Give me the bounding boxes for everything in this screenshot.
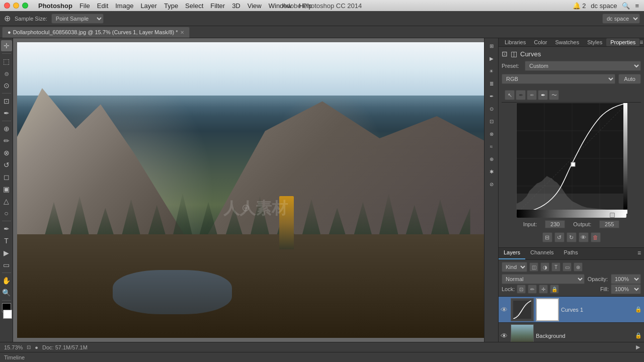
lasso-tool[interactable]: ⌾ <box>1 68 12 79</box>
output-value[interactable] <box>599 220 619 228</box>
tab-swatches[interactable]: Swatches <box>551 38 583 46</box>
tab-layers[interactable]: Layers <box>499 248 525 259</box>
path-select-tool[interactable]: ▶ <box>1 247 12 258</box>
tab-styles[interactable]: Styles <box>583 38 606 46</box>
filter-adjust-btn[interactable]: ◑ <box>540 262 549 272</box>
curves-eyedropper-gray[interactable]: ✒ <box>527 90 537 100</box>
curves-graph[interactable] <box>516 103 627 213</box>
auto-button[interactable]: Auto <box>618 74 641 84</box>
lock-image-btn[interactable]: ✏ <box>528 285 537 294</box>
preset-select[interactable]: Custom Default Strong Contrast <box>525 61 641 71</box>
layer-item-curves[interactable]: 👁 Curves 1 🔒 <box>499 297 644 323</box>
eyedropper-tool[interactable]: ✒ <box>1 108 12 119</box>
filter-type-btn[interactable]: T <box>551 262 560 272</box>
text-tool[interactable]: T <box>1 235 12 246</box>
tab-color[interactable]: Color <box>530 38 551 46</box>
panel-menu-icon[interactable]: ≡ <box>639 39 643 46</box>
mini-btn-6[interactable]: ⊙ <box>486 103 497 114</box>
timeline-label[interactable]: Timeline <box>4 354 25 360</box>
clip-to-layer-btn[interactable]: ⊟ <box>542 232 552 242</box>
filter-shape-btn[interactable]: ▭ <box>562 262 572 272</box>
mini-btn-4[interactable]: ≣ <box>486 78 497 89</box>
brush-tool[interactable]: ✏ <box>1 135 12 146</box>
layers-panel-menu[interactable]: ≡ <box>634 248 644 259</box>
visibility-btn[interactable]: 👁 <box>579 232 589 242</box>
mini-btn-9[interactable]: ≈ <box>486 141 497 152</box>
tab-channels[interactable]: Channels <box>525 248 558 259</box>
crop-tool[interactable]: ⊡ <box>1 96 12 107</box>
lock-position-btn[interactable]: ✛ <box>539 285 548 294</box>
quick-select-tool[interactable]: ⊙ <box>1 80 12 91</box>
tab-properties[interactable]: Properties <box>606 38 639 46</box>
curves-eyedropper-black[interactable]: ✒ <box>516 90 526 100</box>
reset-btn[interactable]: ↻ <box>567 232 577 242</box>
lock-transparent-btn[interactable]: ⊡ <box>517 285 526 294</box>
menu-layer[interactable]: Layer <box>140 2 157 10</box>
clone-tool[interactable]: ⊗ <box>1 147 12 158</box>
menu-edit[interactable]: Edit <box>97 2 108 10</box>
mini-btn-11[interactable]: ✱ <box>486 166 497 177</box>
tab-libraries[interactable]: Libraries <box>501 38 530 46</box>
menu-image[interactable]: Image <box>115 2 133 10</box>
zoom-tool[interactable]: 🔍 <box>1 287 12 298</box>
hand-tool[interactable]: ✋ <box>1 275 12 286</box>
curves-eyedropper-white[interactable]: ✒ <box>538 90 548 100</box>
mini-btn-12[interactable]: ⊘ <box>486 178 497 190</box>
layer-visibility-bg[interactable]: 👁 <box>501 332 509 340</box>
close-button[interactable] <box>4 3 10 9</box>
dodge-tool[interactable]: ○ <box>1 208 12 219</box>
curves-line-tool[interactable]: 〜 <box>549 90 559 100</box>
mini-btn-3[interactable]: ☀ <box>486 65 497 76</box>
pen-tool[interactable]: ✒ <box>1 223 12 234</box>
tab-close-button[interactable]: ✕ <box>180 30 184 35</box>
document-tab[interactable]: ● Dollarphotoclul_60856038.jpg @ 15.7% (… <box>2 27 190 38</box>
blend-mode-select[interactable]: Normal Multiply Screen <box>502 274 585 284</box>
menu-photoshop[interactable]: Photoshop <box>38 2 72 10</box>
tab-paths[interactable]: Paths <box>559 248 583 259</box>
shape-tool[interactable]: ▭ <box>1 259 12 270</box>
blur-tool[interactable]: △ <box>1 196 12 207</box>
channel-select[interactable]: RGB Red Green Blue <box>502 74 615 84</box>
gradient-tool[interactable]: ▣ <box>1 184 12 195</box>
history-brush-tool[interactable]: ↺ <box>1 159 12 170</box>
opacity-select[interactable]: 100% <box>611 274 641 284</box>
maximize-button[interactable] <box>22 3 28 9</box>
menu-type[interactable]: Type <box>164 2 178 10</box>
layer-visibility-curves[interactable]: 👁 <box>501 306 509 314</box>
curves-pointer-tool[interactable]: ↖ <box>505 90 515 100</box>
traffic-lights[interactable] <box>4 3 28 9</box>
menu-select[interactable]: Select <box>185 2 203 10</box>
mini-btn-7[interactable]: ⊡ <box>486 116 497 127</box>
move-tool[interactable]: ✛ <box>1 40 12 51</box>
menu-file[interactable]: File <box>79 2 90 10</box>
curves-bottom-slider[interactable] <box>517 213 626 218</box>
workspace-select[interactable]: dc space <box>602 14 640 24</box>
filter-smart-btn[interactable]: ⊛ <box>574 262 583 272</box>
menu-icon[interactable]: ≡ <box>635 2 639 10</box>
play-btn[interactable]: ▶ <box>636 344 640 350</box>
marquee-tool[interactable]: ⬚ <box>1 56 12 67</box>
lock-all-btn[interactable]: 🔒 <box>550 285 559 294</box>
input-value[interactable] <box>545 220 565 228</box>
curves-slider-handle[interactable] <box>610 213 615 218</box>
sample-size-select[interactable]: Point Sample 3 by 3 Average 5 by 5 Avera… <box>51 14 104 24</box>
layer-item-background[interactable]: 👁 Background 🔒 <box>499 323 644 342</box>
minimize-button[interactable] <box>13 3 19 9</box>
menu-3d[interactable]: 3D <box>232 2 240 10</box>
delete-btn[interactable]: 🗑 <box>591 232 601 242</box>
filter-pixel-btn[interactable]: ◫ <box>529 262 538 272</box>
search-icon[interactable]: 🔍 <box>622 2 630 10</box>
eraser-tool[interactable]: ◻ <box>1 171 12 183</box>
mini-btn-5[interactable]: ✒ <box>486 90 497 102</box>
fill-select[interactable]: 100% <box>611 284 641 294</box>
mini-btn-1[interactable]: ⊞ <box>486 40 497 51</box>
notifications[interactable]: 🔔 2 <box>573 2 586 10</box>
menu-filter[interactable]: Filter <box>210 2 225 10</box>
layer-kind-select[interactable]: Kind <box>502 262 527 272</box>
mini-btn-10[interactable]: ⊕ <box>486 153 497 164</box>
menu-view[interactable]: View <box>248 2 262 10</box>
background-color[interactable] <box>3 310 12 319</box>
previous-state-btn[interactable]: ↺ <box>554 232 565 242</box>
user-name[interactable]: dc space <box>591 2 617 10</box>
mini-btn-8[interactable]: ⊗ <box>486 128 497 139</box>
